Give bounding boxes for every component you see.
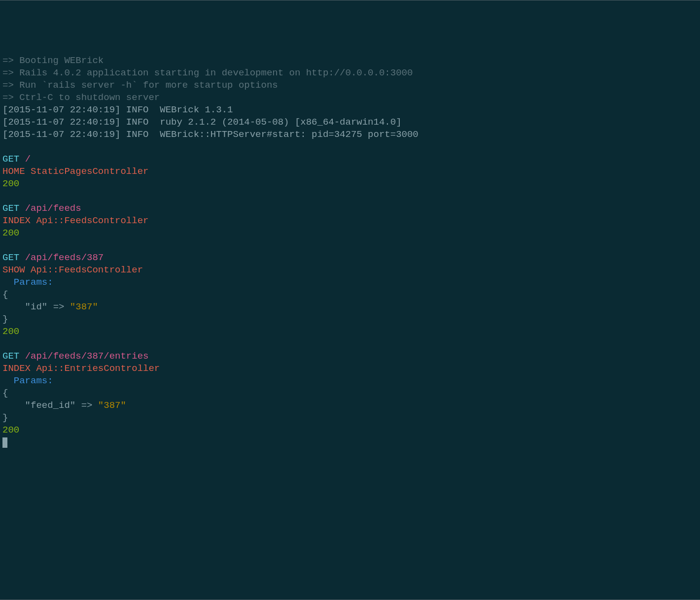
controller-action: INDEX Api::FeedsController — [2, 215, 148, 226]
request-path: / — [25, 154, 31, 165]
boot-line: => Rails 4.0.2 application starting in d… — [2, 67, 413, 78]
param-key: "id" — [25, 301, 48, 312]
http-status: 200 — [2, 228, 19, 238]
http-method: GET — [2, 154, 19, 165]
controller-action: INDEX Api::EntriesController — [2, 363, 160, 374]
controller-action: SHOW Api::FeedsController — [2, 265, 143, 275]
http-method: GET — [2, 351, 19, 362]
boot-line: => Run `rails server -h` for more startu… — [2, 80, 278, 91]
http-method: GET — [2, 203, 19, 214]
http-status: 200 — [2, 326, 19, 337]
boot-line: => Booting WEBrick — [2, 55, 104, 66]
boot-line: [2015-11-07 22:40:19] INFO ruby 2.1.2 (2… — [2, 117, 402, 128]
http-method: GET — [2, 252, 19, 263]
boot-line: [2015-11-07 22:40:19] INFO WEBrick 1.3.1 — [2, 104, 233, 115]
terminal-output[interactable]: => Booting WEBrick => Rails 4.0.2 applic… — [2, 55, 698, 449]
http-status: 200 — [2, 178, 19, 189]
boot-line: => Ctrl-C to shutdown server — [2, 92, 160, 103]
boot-line: [2015-11-07 22:40:19] INFO WEBrick::HTTP… — [2, 129, 419, 140]
hash-arrow: => — [81, 400, 93, 411]
hash-arrow: => — [53, 301, 65, 312]
hash-close: } — [2, 412, 8, 423]
params-label: Params: — [14, 277, 53, 288]
request-path: /api/feeds/387 — [25, 252, 104, 263]
request-path: /api/feeds/387/entries — [25, 351, 149, 362]
param-key: "feed_id" — [25, 400, 76, 411]
hash-open: { — [2, 388, 8, 399]
http-status: 200 — [2, 425, 19, 435]
controller-action: HOME StaticPagesController — [2, 166, 148, 177]
params-label: Params: — [14, 375, 53, 386]
hash-close: } — [2, 314, 8, 325]
cursor — [2, 437, 7, 448]
param-value: "387" — [70, 301, 98, 312]
hash-open: { — [2, 289, 8, 300]
param-value: "387" — [98, 400, 126, 411]
request-path: /api/feeds — [25, 203, 81, 214]
